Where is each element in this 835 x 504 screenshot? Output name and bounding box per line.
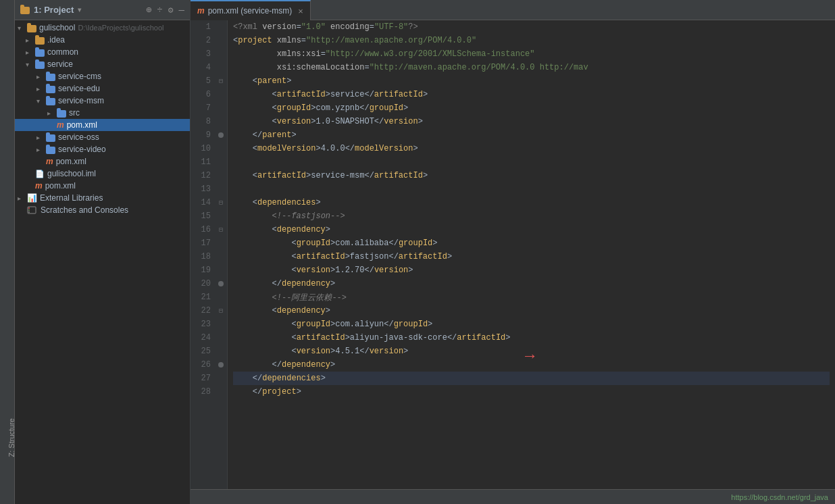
arrow-closed-ext: ▸ xyxy=(18,195,26,202)
line-numbers-panel: 12345⊟67891011121314⊟1516⊟171819202122⊟2… xyxy=(191,20,228,489)
tree-label-service-msm: service-msm xyxy=(58,96,104,105)
bottom-url[interactable]: https://blog.csdn.net/grd_java xyxy=(731,493,828,501)
bottom-bar: https://blog.csdn.net/grd_java xyxy=(191,489,835,504)
gutter-22[interactable]: ⊟ xyxy=(215,304,227,318)
tree-label-service-cms: service-cms xyxy=(58,72,101,81)
tree-label-service-oss: service-oss xyxy=(58,132,99,142)
tree-label-service-edu: service-edu xyxy=(58,84,100,93)
tree-item-idea[interactable]: ▸ .idea xyxy=(15,34,190,46)
tree-item-gulischool[interactable]: ▾ gulischool D:\IdeaProjects\gulischool xyxy=(15,22,190,34)
code-line-9: </parent> xyxy=(233,128,830,142)
arrow-closed-video: ▸ xyxy=(36,146,45,153)
tree-item-common[interactable]: ▸ common xyxy=(15,46,190,58)
gutter-21 xyxy=(215,291,227,304)
line-number-14: 14 xyxy=(191,196,215,209)
tree-item-service-edu[interactable]: ▸ service-edu xyxy=(15,82,190,95)
code-line-14: <dependencies> xyxy=(233,196,830,209)
structure-label[interactable]: Z: Structure xyxy=(7,411,16,463)
code-editor: 12345⊟67891011121314⊟1516⊟171819202122⊟2… xyxy=(191,20,835,489)
tab-close-btn[interactable]: × xyxy=(298,6,303,16)
gutter-18 xyxy=(215,250,227,263)
tree-item-external-libs[interactable]: ▸ 📊 External Libraries xyxy=(15,192,190,204)
tree-label-gulischool: gulischool xyxy=(39,23,75,32)
line-number-19: 19 xyxy=(191,263,215,277)
tree-label-service: service xyxy=(47,59,73,69)
tree-label-path: D:\IdeaProjects\gulischool xyxy=(78,24,163,32)
code-line-16: <dependency> xyxy=(233,223,830,236)
tree-item-service-video[interactable]: ▸ service-video xyxy=(15,143,190,155)
line-number-26: 26 xyxy=(191,358,215,372)
gutter-17 xyxy=(215,236,227,250)
minimize-icon[interactable]: — xyxy=(179,5,184,16)
gutter-26 xyxy=(215,358,227,372)
arrow-open-msm: ▾ xyxy=(36,97,45,105)
code-line-12: <artifactId>service-msm</artifactId> xyxy=(233,169,830,182)
gutter-7 xyxy=(215,101,227,115)
tree-label-pom-service: pom.xml xyxy=(56,157,86,166)
folder-icon-msm xyxy=(46,98,55,105)
add-icon[interactable]: ⊕ xyxy=(146,4,151,16)
gutter-16[interactable]: ⊟ xyxy=(215,223,227,236)
tree-item-service-oss[interactable]: ▸ service-oss xyxy=(15,131,190,143)
tree-item-service-cms[interactable]: ▸ service-cms xyxy=(15,70,190,82)
gutter-9 xyxy=(215,128,227,142)
tree-item-service-msm[interactable]: ▾ service-msm xyxy=(15,95,190,107)
ext-lib-icon: 📊 xyxy=(27,193,37,203)
code-line-21: <!--阿里云依赖--> xyxy=(233,291,830,304)
code-area[interactable]: <?xml version="1.0" encoding="UTF-8"?><p… xyxy=(228,20,835,489)
gutter-20 xyxy=(215,277,227,291)
tree-item-service[interactable]: ▾ service xyxy=(15,58,190,70)
line-number-2: 2 xyxy=(191,34,215,47)
tree-item-src[interactable]: ▸ src xyxy=(15,107,190,119)
sidebar-title-label: 1: Project xyxy=(34,5,74,15)
sidebar-title: 1: Project ▾ xyxy=(20,5,81,15)
line-number-22: 22 xyxy=(191,304,215,318)
line-number-15: 15 xyxy=(191,209,215,223)
code-line-18: <artifactId>fastjson</artifactId> xyxy=(233,250,830,263)
tree-label-scratches: Scratches and Consoles xyxy=(41,205,128,215)
line-number-13: 13 xyxy=(191,182,215,196)
arrow-closed: ▸ xyxy=(26,36,34,44)
line-number-1: 1 xyxy=(191,20,215,34)
code-line-23: <groupId>com.aliyun</groupId> xyxy=(233,318,830,331)
code-line-22: <dependency> xyxy=(233,304,830,318)
svg-point-2 xyxy=(28,209,30,211)
svg-point-1 xyxy=(28,207,30,209)
gutter-19 xyxy=(215,263,227,277)
iml-icon: 📄 xyxy=(35,170,45,178)
tree-item-pom-service[interactable]: ▸ m pom.xml xyxy=(15,155,190,168)
code-line-1: <?xml version="1.0" encoding="UTF-8"?> xyxy=(233,20,830,34)
code-line-28: </project> xyxy=(233,385,830,399)
folder-icon-edu xyxy=(46,86,55,93)
code-line-20: </dependency> xyxy=(233,277,830,291)
gutter-5[interactable]: ⊟ xyxy=(215,74,227,88)
sidebar-header: 1: Project ▾ ⊕ ÷ ⚙ — xyxy=(15,0,190,20)
svg-point-3 xyxy=(28,211,30,213)
tree-item-scratches[interactable]: ▸ Scratches and Consoles xyxy=(15,204,190,216)
tree-item-pom-msm[interactable]: ▸ m pom.xml xyxy=(15,119,190,131)
tree-item-gulischool-iml[interactable]: ▸ 📄 gulischool.iml xyxy=(15,168,190,180)
folder-icon-idea xyxy=(35,37,45,45)
split-icon[interactable]: ÷ xyxy=(157,5,162,16)
editor-tab-pom[interactable]: m pom.xml (service-msm) × xyxy=(191,0,311,20)
tree-item-pom-root[interactable]: ▸ m pom.xml xyxy=(15,180,190,192)
folder-icon-src xyxy=(57,110,66,118)
code-line-11 xyxy=(233,155,830,169)
left-panel-strip: Z: Structure xyxy=(0,0,15,504)
line-number-20: 20 xyxy=(191,277,215,291)
tree-label-pom-root: pom.xml xyxy=(45,181,76,191)
line-number-18: 18 xyxy=(191,250,215,263)
arrow-open-service: ▾ xyxy=(26,61,34,68)
gutter-4 xyxy=(215,61,227,74)
arrow-closed-cms: ▸ xyxy=(36,73,45,80)
tree-label-common: common xyxy=(47,47,78,57)
arrow-closed-oss: ▸ xyxy=(36,134,45,141)
gutter-14[interactable]: ⊟ xyxy=(215,196,227,209)
tab-bar: m pom.xml (service-msm) × xyxy=(191,0,835,20)
line-number-16: 16 xyxy=(191,223,215,236)
line-number-3: 3 xyxy=(191,47,215,61)
sidebar-dropdown-icon[interactable]: ▾ xyxy=(78,6,81,14)
code-line-24: <artifactId>aliyun-java-sdk-core</artifa… xyxy=(233,331,830,345)
settings-icon[interactable]: ⚙ xyxy=(168,5,174,16)
folder-icon-video xyxy=(46,147,55,154)
